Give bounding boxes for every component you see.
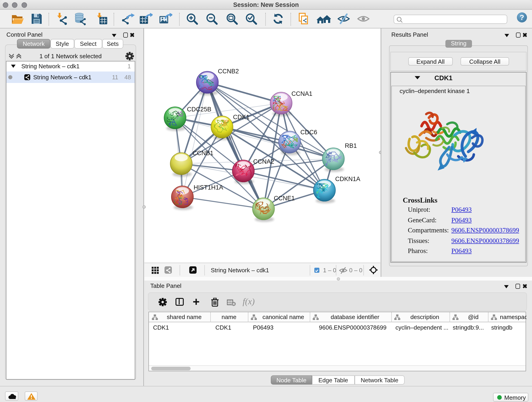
svg-text:CCNA2: CCNA2 xyxy=(253,158,274,165)
svg-text:CCNB2: CCNB2 xyxy=(218,68,239,75)
svg-text:CDC25B: CDC25B xyxy=(187,106,211,113)
svg-text:1 of 1 Network selected: 1 of 1 Network selected xyxy=(39,53,102,60)
svg-text:HIST1H1A: HIST1H1A xyxy=(194,184,223,191)
svg-text:CDK1: CDK1 xyxy=(233,114,249,121)
svg-text:CCNE1: CCNE1 xyxy=(274,195,295,202)
svg-text:CCNA1: CCNA1 xyxy=(291,90,312,97)
svg-text:CCNB1: CCNB1 xyxy=(192,150,214,157)
svg-text:CDKN1A: CDKN1A xyxy=(335,176,360,182)
svg-text:?: ? xyxy=(520,13,524,22)
svg-text:RB1: RB1 xyxy=(345,142,357,149)
svg-text:CDC6: CDC6 xyxy=(300,129,317,136)
